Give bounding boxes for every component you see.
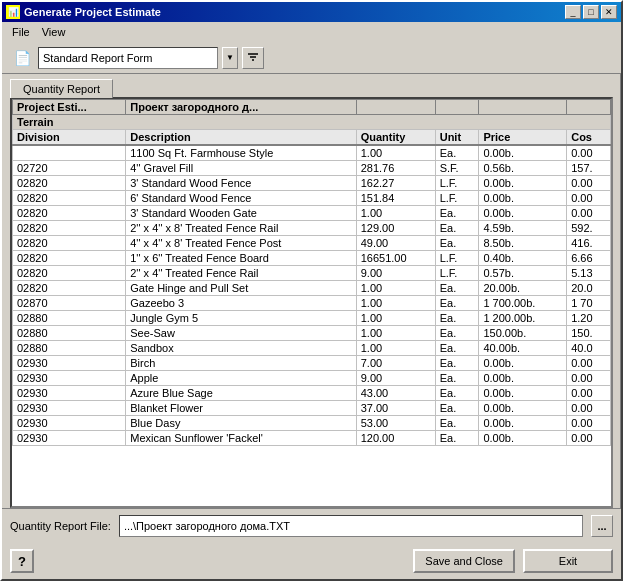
cell-quantity: 129.00 bbox=[356, 221, 435, 236]
cell-description: Birch bbox=[126, 356, 356, 371]
menubar: File View bbox=[2, 22, 621, 42]
cell-cost: 5.13 bbox=[567, 266, 611, 281]
cell-quantity: 1.00 bbox=[356, 296, 435, 311]
cell-quantity: 53.00 bbox=[356, 416, 435, 431]
cell-quantity: 43.00 bbox=[356, 386, 435, 401]
cell-price: 40.00b. bbox=[479, 341, 567, 356]
cell-unit: L.F. bbox=[435, 266, 479, 281]
file-path-text: ...\Проект загородного дома.TXT bbox=[124, 520, 290, 532]
menu-view[interactable]: View bbox=[36, 24, 72, 40]
cell-cost: 1.20 bbox=[567, 311, 611, 326]
cell-cost: 0.00 bbox=[567, 191, 611, 206]
cell-quantity: 1.00 bbox=[356, 311, 435, 326]
close-button[interactable]: ✕ bbox=[601, 5, 617, 19]
cell-unit: Ea. bbox=[435, 341, 479, 356]
cell-price: 0.56b. bbox=[479, 161, 567, 176]
cell-cost: 0.00 bbox=[567, 401, 611, 416]
cell-description: Gazeebo 3 bbox=[126, 296, 356, 311]
cell-division: 02880 bbox=[13, 326, 126, 341]
cell-division bbox=[13, 145, 126, 161]
help-button[interactable]: ? bbox=[10, 549, 34, 573]
cell-description: 1100 Sq Ft. Farmhouse Style bbox=[126, 145, 356, 161]
header-empty-4 bbox=[567, 100, 611, 115]
cell-quantity: 1.00 bbox=[356, 145, 435, 161]
cell-quantity: 281.76 bbox=[356, 161, 435, 176]
table-row: 02880See-Saw1.00Ea.150.00b.150. bbox=[13, 326, 611, 341]
cell-quantity: 49.00 bbox=[356, 236, 435, 251]
header-empty-2 bbox=[435, 100, 479, 115]
cell-quantity: 37.00 bbox=[356, 401, 435, 416]
table-container[interactable]: Project Esti... Проект загородного д... … bbox=[12, 99, 611, 506]
cell-price: 0.00b. bbox=[479, 431, 567, 446]
cell-division: 02930 bbox=[13, 416, 126, 431]
cell-unit: Ea. bbox=[435, 401, 479, 416]
cell-price: 0.00b. bbox=[479, 371, 567, 386]
cell-division: 02820 bbox=[13, 191, 126, 206]
cell-price: 0.00b. bbox=[479, 356, 567, 371]
title-bar-left: 📊 Generate Project Estimate bbox=[6, 5, 161, 19]
filter-button[interactable] bbox=[242, 47, 264, 69]
col-unit: Unit bbox=[435, 130, 479, 146]
cell-unit: Ea. bbox=[435, 206, 479, 221]
table-row: 02870Gazeebo 31.00Ea.1 700.00b.1 70 bbox=[13, 296, 611, 311]
col-cost: Cos bbox=[567, 130, 611, 146]
toolbar: 📄 Standard Report Form ▼ bbox=[2, 42, 621, 74]
table-row: 028202'' x 4'' Treated Fence Rail9.00L.F… bbox=[13, 266, 611, 281]
save-close-button[interactable]: Save and Close bbox=[413, 549, 515, 573]
cell-cost: 150. bbox=[567, 326, 611, 341]
project-col-header: Project Esti... bbox=[13, 100, 126, 115]
cell-description: 2'' x 4'' Treated Fence Rail bbox=[126, 266, 356, 281]
menu-file[interactable]: File bbox=[6, 24, 36, 40]
table-row: 02930Blanket Flower37.00Ea.0.00b.0.00 bbox=[13, 401, 611, 416]
cell-price: 150.00b. bbox=[479, 326, 567, 341]
cell-quantity: 162.27 bbox=[356, 176, 435, 191]
cell-quantity: 9.00 bbox=[356, 266, 435, 281]
cell-division: 02930 bbox=[13, 386, 126, 401]
cell-unit: Ea. bbox=[435, 326, 479, 341]
cell-cost: 0.00 bbox=[567, 145, 611, 161]
report-form-dropdown[interactable]: Standard Report Form bbox=[38, 47, 218, 69]
window-icon: 📊 bbox=[6, 5, 20, 19]
cell-division: 02820 bbox=[13, 221, 126, 236]
data-rows: 1100 Sq Ft. Farmhouse Style1.00Ea.0.00b.… bbox=[13, 145, 611, 446]
browse-button[interactable]: ... bbox=[591, 515, 613, 537]
cell-price: 0.00b. bbox=[479, 176, 567, 191]
exit-button[interactable]: Exit bbox=[523, 549, 613, 573]
cell-price: 0.57b. bbox=[479, 266, 567, 281]
col-quantity: Quantity bbox=[356, 130, 435, 146]
col-price: Price bbox=[479, 130, 567, 146]
table-row: 1100 Sq Ft. Farmhouse Style1.00Ea.0.00b.… bbox=[13, 145, 611, 161]
table-row: 02930Mexican Sunflower 'Fackel'120.00Ea.… bbox=[13, 431, 611, 446]
cell-cost: 157. bbox=[567, 161, 611, 176]
cell-division: 02820 bbox=[13, 266, 126, 281]
cell-unit: Ea. bbox=[435, 281, 479, 296]
cell-cost: 0.00 bbox=[567, 176, 611, 191]
cell-cost: 0.00 bbox=[567, 416, 611, 431]
table-row: 028203' Standard Wood Fence162.27L.F.0.0… bbox=[13, 176, 611, 191]
table-row: 02930Blue Dasy53.00Ea.0.00b.0.00 bbox=[13, 416, 611, 431]
cell-unit: Ea. bbox=[435, 221, 479, 236]
table-row: 02880Sandbox1.00Ea.40.00b.40.0 bbox=[13, 341, 611, 356]
cell-quantity: 1.00 bbox=[356, 341, 435, 356]
file-path-field: ...\Проект загородного дома.TXT bbox=[119, 515, 583, 537]
cell-unit: Ea. bbox=[435, 311, 479, 326]
cell-description: 6' Standard Wood Fence bbox=[126, 191, 356, 206]
cell-cost: 6.66 bbox=[567, 251, 611, 266]
col-division: Division bbox=[13, 130, 126, 146]
cell-division: 02930 bbox=[13, 401, 126, 416]
maximize-button[interactable]: □ bbox=[583, 5, 599, 19]
table-row: 02880Jungle Gym 51.00Ea.1 200.00b.1.20 bbox=[13, 311, 611, 326]
cell-description: 2'' x 4'' x 8' Treated Fence Rail bbox=[126, 221, 356, 236]
minimize-button[interactable]: _ bbox=[565, 5, 581, 19]
tab-quantity-report[interactable]: Quantity Report bbox=[10, 79, 113, 98]
cell-quantity: 151.84 bbox=[356, 191, 435, 206]
dropdown-arrow-icon[interactable]: ▼ bbox=[222, 47, 238, 69]
table-row: 028203' Standard Wooden Gate1.00Ea.0.00b… bbox=[13, 206, 611, 221]
cell-cost: 416. bbox=[567, 236, 611, 251]
cell-price: 20.00b. bbox=[479, 281, 567, 296]
terrain-section-header: Terrain bbox=[13, 115, 611, 130]
cell-cost: 40.0 bbox=[567, 341, 611, 356]
cell-description: 1'' x 6'' Treated Fence Board bbox=[126, 251, 356, 266]
cell-division: 02880 bbox=[13, 311, 126, 326]
document-icon: 📄 bbox=[10, 46, 34, 70]
